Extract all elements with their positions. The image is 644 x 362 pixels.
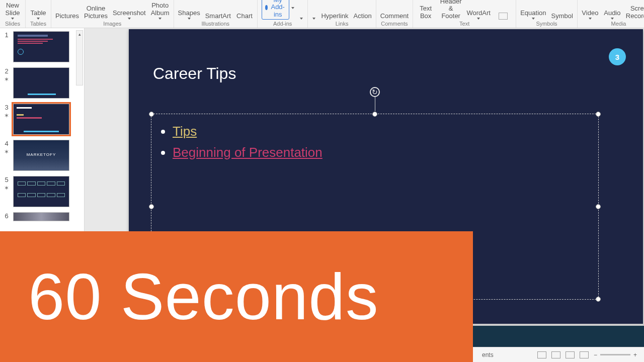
zoom-slider[interactable] [600,354,630,355]
animation-star-icon: ✶ [4,185,9,192]
overlay-banner: 60 Seconds [0,231,473,362]
ribbon-group-text: Text Box Header & Footer WordArt Text [413,0,516,28]
action-button[interactable]: Action [353,13,373,20]
pictures-button[interactable]: Pictures [54,13,80,20]
hyperlink-button[interactable]: Hyperlink [320,13,349,20]
smartart-button[interactable]: SmartArt [204,13,232,20]
ribbon-group-label: Tables [30,21,46,27]
slide-thumbnail-3[interactable] [13,104,69,135]
ribbon-group-comments: Comment Comments [376,0,413,28]
wordart-button[interactable]: WordArt [466,10,491,20]
shapes-button[interactable]: Shapes [177,10,201,20]
ribbon-group-tables: Table Tables [26,0,51,28]
myaddins-button[interactable]: My Add-ins [261,0,295,20]
thumb-number: 4 [5,140,8,147]
zoom-minus[interactable]: − [594,351,597,358]
audio-button[interactable]: Audio [603,10,622,20]
scroll-up-icon[interactable]: ▴ [76,31,83,38]
resize-handle[interactable] [596,204,601,209]
zoom-plus[interactable]: + [633,351,637,358]
addins-icon [265,5,268,10]
resize-handle[interactable] [149,204,154,209]
ribbon-group-label: Comments [381,21,408,27]
ribbon-group-label: Add-ins [273,21,292,27]
resize-handle[interactable] [596,112,601,117]
rotate-handle-icon[interactable]: ↻ [370,87,380,97]
ribbon-group-addins: My Add-ins Add-ins [258,0,308,28]
resize-handle[interactable] [372,112,377,117]
slide-thumbnail-5[interactable] [13,176,69,207]
table-button[interactable]: Table [29,10,48,20]
bullet-list: Tips Beginning of Presentation [151,114,598,161]
thumbnail-row[interactable]: 2✶ [3,67,82,99]
ribbon-group-images: Pictures Online Pictures Screenshot Phot… [51,0,174,28]
rotate-connector [375,96,375,111]
thumbnail-row[interactable]: 4✶ MARKETOFY [3,140,82,171]
thumb-number: 1 [5,31,8,39]
bullet-item: Beginning of Presentation [173,144,588,161]
resize-handle[interactable] [596,297,601,302]
slide-thumbnail-4[interactable]: MARKETOFY [13,140,69,171]
addins-side-arrow[interactable] [298,17,304,20]
banner-text: 60 Seconds [28,259,379,334]
bullet-item: Tips [173,123,588,140]
view-normal-icon[interactable] [537,351,546,358]
thumbnail-scrollbar[interactable]: ▴ [76,30,83,85]
ribbon-group-label: Text [459,21,469,27]
ribbon-group-media: Video Audio Screen Recording Media [578,0,644,28]
thumb-number: 5 [5,176,8,184]
ribbon-group-label: Illustrations [201,21,229,27]
animation-star-icon: ✶ [4,112,9,119]
thumb-number: 6 [5,212,8,220]
ribbon-group-label: Links [336,21,349,27]
thumbnail-row[interactable]: 3✶ [3,104,82,135]
video-button[interactable]: Video [581,10,600,20]
view-reading-icon[interactable] [566,351,575,358]
ribbon-group-label: Slides [5,21,20,27]
ribbon: New Slide Slides Table Tables Pictures O… [0,0,644,28]
online-pictures-button[interactable]: Online Pictures [83,5,109,20]
status-bar: ents − + [473,347,644,362]
resize-handle[interactable] [149,112,154,117]
slide-thumbnail-1[interactable] [13,31,69,62]
hyperlink-tips[interactable]: Tips [173,124,197,139]
ribbon-group-label: Images [103,21,121,27]
thumbnail-row[interactable]: 6 [3,212,82,221]
new-slide-button[interactable]: New Slide [3,2,22,20]
equation-button[interactable]: Equation [519,10,547,20]
thumb-number: 2 [5,67,8,75]
chart-button[interactable]: Chart [235,13,254,20]
ribbon-group-slides: New Slide Slides [0,0,26,28]
slide-number-badge: 3 [609,48,626,65]
photo-album-button[interactable]: Photo Album [150,2,171,20]
textbox-button[interactable]: Text Box [416,5,435,20]
comment-button[interactable]: Comment [379,13,410,20]
notes-hint: ents [482,351,494,358]
ribbon-group-illustrations: Shapes SmartArt Chart Illustrations [174,0,258,28]
thumbnail-row[interactable]: 1 [3,31,82,62]
links-side-arrow[interactable] [311,17,317,20]
ribbon-group-symbols: Equation Symbol Symbols [516,0,578,28]
view-sorter-icon[interactable] [551,351,560,358]
header-footer-button[interactable]: Header & Footer [438,0,463,20]
notes-pane[interactable] [473,324,644,347]
ribbon-group-links: Hyperlink Action Links [308,0,376,28]
animation-star-icon: ✶ [4,148,9,155]
screen-recording-button[interactable]: Screen Recording [625,5,644,20]
slide-thumbnail-2[interactable] [13,67,69,99]
ribbon-group-label: Media [611,21,626,27]
text-extra-icon[interactable] [494,12,513,20]
slide-thumbnail-6[interactable] [13,212,69,221]
date-number-icon [499,13,508,20]
hyperlink-beginning[interactable]: Beginning of Presentation [173,145,323,160]
view-slideshow-icon[interactable] [580,351,589,358]
screenshot-button[interactable]: Screenshot [112,10,147,20]
thumb-number: 3 [5,104,8,111]
symbol-button[interactable]: Symbol [550,13,574,20]
slide-title: Career Tips [153,64,236,83]
ribbon-group-label: Symbols [536,21,557,27]
thumbnail-row[interactable]: 5✶ [3,176,82,207]
animation-star-icon: ✶ [4,76,9,83]
zoom-control[interactable]: − + [594,351,637,358]
